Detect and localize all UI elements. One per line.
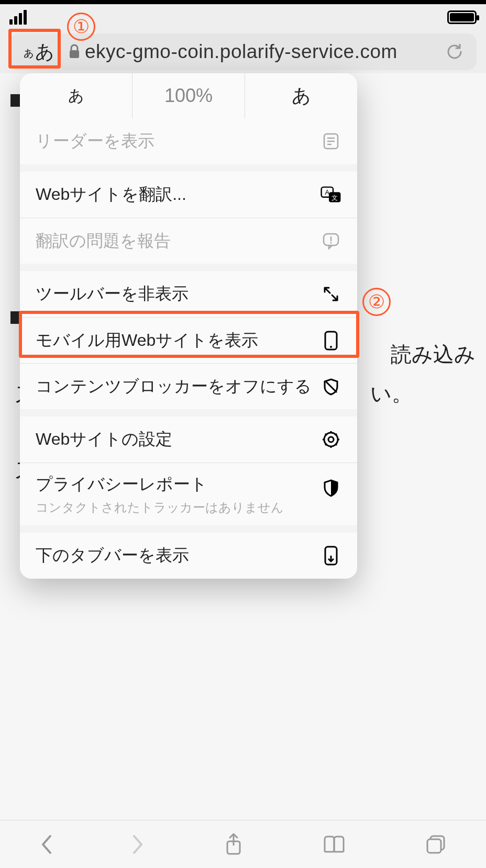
battery-icon bbox=[447, 10, 477, 24]
reader-icon bbox=[321, 132, 341, 150]
svg-point-11 bbox=[330, 242, 332, 243]
menu-privacy-report[interactable]: プライバシーレポート コンタクトされたトラッカーはありません bbox=[20, 463, 357, 525]
reload-icon[interactable] bbox=[445, 42, 470, 61]
menu-hide-toolbar[interactable]: ツールバーを非表示 bbox=[20, 271, 357, 317]
svg-point-16 bbox=[328, 437, 334, 442]
svg-line-23 bbox=[325, 444, 327, 445]
zoom-row: あ 100% あ bbox=[20, 73, 357, 118]
menu-website-settings[interactable]: Webサイトの設定 bbox=[20, 416, 357, 463]
forward-icon[interactable] bbox=[131, 833, 146, 856]
share-icon[interactable] bbox=[223, 832, 244, 857]
svg-line-24 bbox=[335, 434, 337, 435]
report-icon bbox=[321, 232, 341, 251]
shield-off-icon bbox=[321, 377, 341, 396]
zoom-increase[interactable]: あ bbox=[245, 73, 357, 118]
svg-rect-0 bbox=[70, 50, 79, 58]
svg-text:文: 文 bbox=[332, 194, 338, 201]
menu-translate[interactable]: Webサイトを翻訳... A文 bbox=[20, 172, 357, 218]
expand-icon bbox=[321, 285, 341, 303]
bookmarks-icon[interactable] bbox=[322, 834, 347, 855]
annotation-highlight-2 bbox=[19, 311, 359, 358]
tabbar-bottom-icon bbox=[321, 545, 341, 566]
zoom-level[interactable]: 100% bbox=[132, 73, 245, 118]
url-text[interactable]: ekyc-gmo-coin.polarify-service.com bbox=[85, 41, 445, 63]
translate-icon: A文 bbox=[321, 184, 341, 205]
annotation-label-2: ② bbox=[362, 286, 391, 316]
signal-icon bbox=[9, 10, 27, 25]
svg-line-22 bbox=[335, 444, 337, 445]
tabs-icon[interactable] bbox=[424, 833, 447, 856]
privacy-report-subtitle: コンタクトされたトラッカーはありません bbox=[36, 499, 284, 516]
annotation-highlight-1 bbox=[8, 29, 61, 69]
svg-line-14 bbox=[325, 381, 337, 392]
gear-icon bbox=[321, 430, 341, 449]
svg-rect-31 bbox=[427, 839, 441, 853]
bottom-toolbar bbox=[0, 820, 486, 868]
back-icon[interactable] bbox=[39, 833, 53, 856]
zoom-decrease[interactable]: あ bbox=[20, 73, 132, 118]
lock-icon bbox=[68, 44, 81, 60]
annotation-label-1: ① bbox=[67, 10, 95, 41]
shield-icon bbox=[321, 479, 341, 498]
menu-report-translation: 翻訳の問題を報告 bbox=[20, 218, 357, 264]
svg-line-21 bbox=[325, 434, 327, 435]
menu-content-blockers-off[interactable]: コンテンツブロッカーをオフにする bbox=[20, 363, 357, 409]
menu-tab-bar-bottom[interactable]: 下のタブバーを表示 bbox=[20, 533, 357, 579]
menu-show-reader: リーダーを表示 bbox=[20, 118, 357, 164]
